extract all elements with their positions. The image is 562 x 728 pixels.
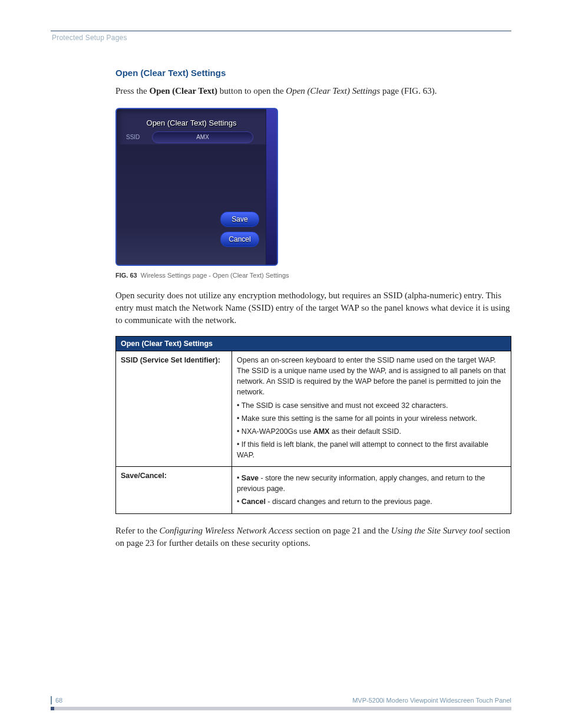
intro-paragraph: Press the Open (Clear Text) button to op… — [115, 85, 511, 97]
page-number: 68 — [55, 697, 62, 704]
footer-line: 68 MVP-5200i Modero Viewpoint Widescreen… — [51, 696, 511, 704]
row1-b3a: NXA-WAP200Gs use — [242, 427, 313, 436]
row2-label: Save/Cancel: — [116, 467, 232, 513]
row2-cancel-bold: Cancel — [242, 498, 266, 506]
intro-mid: button to open the — [217, 86, 286, 95]
row1-bullet2: • Make sure this setting is the same for… — [237, 413, 506, 424]
closing-paragraph: Refer to the Configuring Wireless Networ… — [115, 525, 511, 549]
row1-bullet3: • NXA-WAP200Gs use AMX as their default … — [237, 426, 506, 437]
row2-save-text: - store the new security information, ap… — [237, 474, 485, 493]
footer: 68 MVP-5200i Modero Viewpoint Widescreen… — [51, 696, 511, 710]
ssid-label: SSID — [126, 134, 140, 140]
device-screenshot: Open (Clear Text) Settings SSID AMX Save… — [115, 108, 278, 266]
row1-bullet4: • If this field is left blank, the panel… — [237, 439, 506, 460]
row2-value: • Save - store the new security informat… — [232, 467, 511, 513]
figure-number: FIG. 63 — [115, 272, 137, 279]
section-title: Open (Clear Text) Settings — [115, 68, 511, 78]
footer-bar-icon — [51, 696, 52, 704]
table-row: Save/Cancel: • Save - store the new secu… — [116, 467, 511, 513]
modal-title: Open (Clear Text) Settings — [117, 118, 266, 127]
cancel-button[interactable]: Cancel — [220, 232, 259, 247]
intro-suffix: page (FIG. 63). — [380, 86, 437, 95]
table-header: Open (Clear Text) Settings — [116, 337, 511, 351]
table-row: SSID (Service Set Identifier): Opens an … — [116, 351, 511, 467]
intro-italic: Open (Clear Text) Settings — [286, 86, 380, 95]
closing-i1: Configuring Wireless Network Access — [160, 526, 293, 535]
intro-prefix: Press the — [115, 86, 150, 95]
main-content: Open (Clear Text) Settings Press the Ope… — [115, 68, 511, 549]
closing-t2: section on page 21 and the — [293, 526, 391, 535]
intro-bold: Open (Clear Text) — [150, 86, 218, 95]
row1-b1-text: The SSID is case sensitive and must not … — [242, 401, 448, 410]
page-number-block: 68 — [51, 696, 62, 704]
row1-desc: Opens an on-screen keyboard to enter the… — [237, 355, 506, 398]
footer-rule — [51, 707, 511, 710]
row2-bullet2: • Cancel - discard changes and return to… — [237, 496, 506, 507]
breadcrumb: Protected Setup Pages — [52, 34, 511, 42]
page: Protected Setup Pages Open (Clear Text) … — [0, 0, 562, 728]
save-button[interactable]: Save — [220, 212, 259, 227]
row2-save-bold: Save — [242, 474, 259, 482]
row2-cancel-text: - discard changes and return to the prev… — [266, 498, 432, 506]
settings-table: Open (Clear Text) Settings SSID (Service… — [115, 336, 511, 514]
closing-t1: Refer to the — [115, 526, 160, 535]
row1-value: Opens an on-screen keyboard to enter the… — [232, 351, 511, 467]
row1-label: SSID (Service Set Identifier): — [116, 351, 232, 467]
row1-b2-text: Make sure this setting is the same for a… — [242, 414, 477, 423]
row2-bullet1: • Save - store the new security informat… — [237, 473, 506, 494]
row1-b3b: AMX — [313, 427, 330, 436]
top-rule — [51, 31, 511, 31]
closing-i2: Using the Site Survey tool — [391, 526, 483, 535]
doc-title: MVP-5200i Modero Viewpoint Widescreen To… — [352, 697, 511, 704]
row1-b4-text: If this field is left blank, the panel w… — [237, 440, 488, 459]
row1-bullet1: • The SSID is case sensitive and must no… — [237, 400, 506, 411]
figure-caption: FIG. 63 Wireless Settings page - Open (C… — [115, 272, 511, 279]
paragraph-security: Open security does not utilize any encry… — [115, 289, 511, 327]
figure-text: Wireless Settings page - Open (Clear Tex… — [141, 272, 289, 279]
figure: Open (Clear Text) Settings SSID AMX Save… — [115, 108, 511, 279]
ssid-input[interactable]: AMX — [152, 131, 253, 143]
row1-b3c: as their default SSID. — [329, 427, 401, 436]
